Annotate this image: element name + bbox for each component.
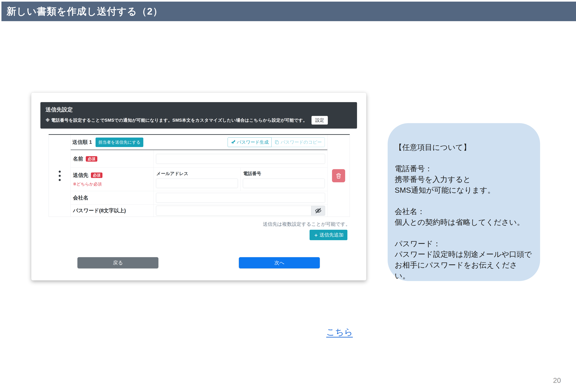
company-input[interactable]	[156, 193, 325, 203]
form-panel: 送信先設定 ※ 電話番号を設定することでSMSでの通知が可能になります。SMS本…	[31, 93, 366, 280]
assign-self-button[interactable]: 担当者を送信先にする	[96, 138, 143, 147]
email-label: メールアドレス	[156, 171, 238, 177]
password-input[interactable]	[156, 206, 311, 216]
either-required-note: ※どちらか必須	[73, 181, 151, 187]
back-button[interactable]: 戻る	[77, 257, 158, 268]
recipient-main-column: 送信順 1 担当者を送信先にする パスワード生成	[71, 135, 327, 217]
company-row: 会社名	[71, 191, 327, 205]
password-row: パスワード(8文字以上)	[71, 205, 327, 217]
phone-label: 電話番号	[243, 171, 325, 177]
generate-password-label: パスワード生成	[237, 139, 269, 145]
multi-recipient-note: 送信先は複数設定することが可能です。	[263, 221, 350, 228]
next-button[interactable]: 次へ	[239, 257, 320, 268]
eye-slash-icon	[315, 207, 322, 214]
delete-column	[327, 135, 350, 217]
required-badge: 必須	[91, 173, 102, 178]
destination-row: 送信先 必須 ※どちらか必須 メールアドレス 電話番号	[71, 168, 327, 191]
phone-input[interactable]	[243, 179, 325, 188]
copy-password-label: パスワードのコピー	[281, 139, 322, 145]
plus-icon: ＋	[314, 233, 318, 238]
destination-label: 送信先	[73, 172, 88, 179]
order-row: 送信順 1 担当者を送信先にする パスワード生成	[71, 135, 327, 150]
delete-recipient-button[interactable]	[332, 169, 345, 182]
drag-handle-icon[interactable]	[59, 171, 61, 181]
page-number: 20	[553, 376, 561, 385]
recipient-field-table: 名前 必須 送信先 必須 ※どちらか必須	[71, 150, 327, 217]
name-input[interactable]	[156, 154, 325, 164]
callout-bubble: 【任意項目について】 電話番号： 携帯番号を入力すると SMS通知が可能になりま…	[388, 123, 540, 281]
slide-title: 新しい書類を作成し送付する（2）	[7, 5, 163, 18]
order-label: 送信順 1	[72, 139, 92, 146]
email-input[interactable]	[156, 179, 238, 188]
add-recipient-label: 送信先追加	[319, 232, 344, 238]
name-label: 名前	[73, 155, 83, 162]
add-recipient-button[interactable]: ＋ 送信先追加	[310, 230, 347, 240]
password-button-group: パスワード生成 パスワードのコピー	[228, 137, 325, 147]
form-header-title: 送信先設定	[46, 106, 352, 113]
required-badge: 必須	[86, 156, 97, 162]
settings-button[interactable]: 設定	[312, 116, 328, 124]
trash-icon	[335, 173, 342, 179]
key-icon	[231, 140, 235, 145]
recipient-box: 送信順 1 担当者を送信先にする パスワード生成	[49, 134, 350, 217]
callout-text: 【任意項目について】 電話番号： 携帯番号を入力すると SMS通知が可能になりま…	[395, 142, 532, 281]
copy-icon	[274, 140, 279, 145]
drag-handle-column	[49, 135, 71, 217]
password-label: パスワード(8文字以上)	[73, 207, 151, 214]
toggle-password-visibility-button[interactable]	[311, 206, 325, 216]
form-header: 送信先設定 ※ 電話番号を設定することでSMSでの通知が可能になります。SMS本…	[40, 102, 357, 129]
generate-password-button[interactable]: パスワード生成	[228, 137, 272, 147]
company-label: 会社名	[73, 194, 151, 201]
name-row: 名前 必須	[71, 150, 327, 168]
kochira-link[interactable]: こちら	[326, 326, 353, 338]
copy-password-button[interactable]: パスワードのコピー	[271, 137, 325, 147]
sms-note: ※ 電話番号を設定することでSMSでの通知が可能になります。SMS本文をカスタマ…	[46, 117, 307, 123]
slide-title-bar: 新しい書類を作成し送付する（2）	[1, 1, 576, 21]
